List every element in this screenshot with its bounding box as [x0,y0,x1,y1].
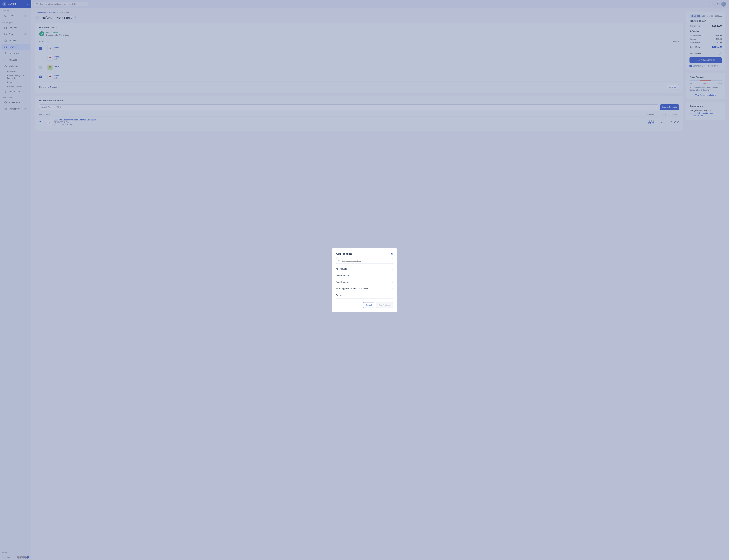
close-button[interactable] [391,253,393,255]
modal-search[interactable] [336,258,393,264]
chevron-right-icon: › [392,287,393,290]
chevron-right-icon: › [392,268,393,270]
close-icon [391,253,393,255]
cancel-button[interactable]: Cancel [363,302,374,308]
add-products-button[interactable]: Add Products [376,302,393,308]
chevron-right-icon: › [392,294,393,296]
category-all-products[interactable]: All Products› [336,266,393,272]
chevron-right-icon: › [392,274,393,277]
add-products-modal: Add Products All Products› Wine Products… [332,248,397,312]
category-wine-products[interactable]: Wine Products› [336,272,393,279]
category-non-shippable[interactable]: Non-Shippable Products & Services› [336,285,393,292]
search-icon [338,260,340,262]
modal-search-input[interactable] [342,260,391,262]
modal-overlay[interactable]: Add Products All Products› Wine Products… [0,0,729,560]
modal-title: Add Products [336,252,352,255]
category-brands[interactable]: Brands› [336,292,393,299]
chevron-right-icon: › [392,281,393,283]
svg-point-16 [339,260,340,261]
category-food-products[interactable]: Food Products› [336,279,393,285]
